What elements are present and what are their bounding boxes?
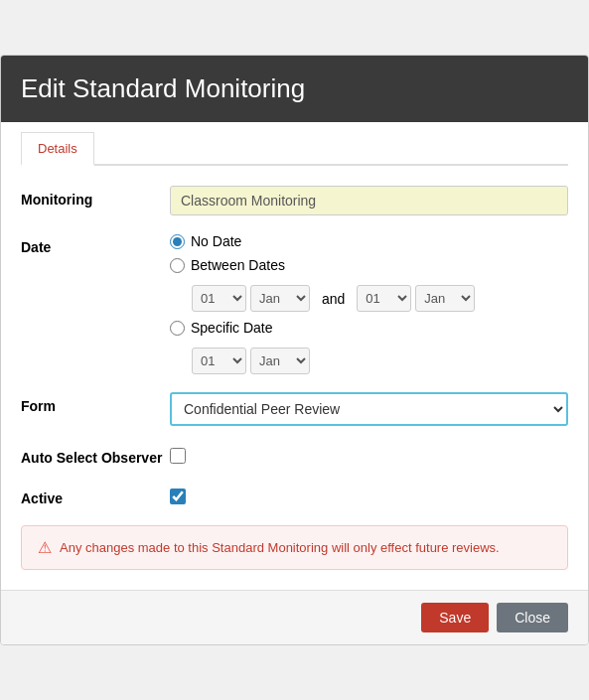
specific-date-label: Specific Date [191, 320, 272, 336]
active-label: Active [21, 485, 170, 506]
specific-date-selects: 010203 JanFebMar [192, 348, 568, 374]
alert-icon: ⚠ [38, 538, 52, 557]
active-checkbox[interactable] [170, 489, 186, 504]
between-dates-label: Between Dates [191, 257, 285, 273]
between-dates-row: Between Dates [170, 257, 568, 273]
between-day2-select[interactable]: 010203 [357, 285, 411, 312]
no-date-row: No Date [170, 233, 568, 249]
form-row: Form Confidential Peer Review Standard F… [21, 392, 568, 426]
and-label: and [322, 291, 345, 307]
form-control: Confidential Peer Review Standard Form P… [170, 392, 568, 426]
auto-select-label: Auto Select Observer [21, 444, 170, 466]
date-row: Date No Date Between Dates 0 [21, 233, 568, 374]
date-label: Date [21, 233, 170, 255]
form-field-label: Form [21, 392, 170, 414]
date-control: No Date Between Dates 0102030405 JanFebM… [170, 233, 568, 374]
between-dates-selects: 0102030405 JanFebMarApr and 010203 JanFe… [192, 285, 568, 312]
monitoring-control [170, 186, 568, 215]
modal-header: Edit Standard Monitoring [1, 56, 588, 122]
alert-message: Any changes made to this Standard Monito… [60, 540, 500, 555]
active-control [170, 485, 568, 507]
auto-select-control [170, 444, 568, 467]
active-row: Active [21, 485, 568, 507]
specific-month-select[interactable]: JanFebMar [250, 348, 310, 374]
monitoring-row: Monitoring [21, 186, 568, 215]
tabs-bar: Details [21, 122, 568, 166]
form-select[interactable]: Confidential Peer Review Standard Form P… [170, 392, 568, 426]
monitoring-label: Monitoring [21, 186, 170, 208]
no-date-radio[interactable] [170, 234, 185, 249]
specific-date-row: Specific Date [170, 320, 568, 336]
alert-banner: ⚠ Any changes made to this Standard Moni… [21, 525, 568, 570]
modal-footer: Save Close [1, 590, 588, 644]
specific-date-radio[interactable] [170, 321, 185, 336]
specific-day-select[interactable]: 010203 [192, 348, 246, 374]
between-month1-select[interactable]: JanFebMarApr [250, 285, 310, 312]
between-dates-radio[interactable] [170, 258, 185, 273]
modal-container: Edit Standard Monitoring Details Monitor… [0, 55, 589, 645]
tab-details[interactable]: Details [21, 132, 94, 166]
page-title: Edit Standard Monitoring [21, 73, 568, 104]
auto-select-checkbox[interactable] [170, 448, 186, 464]
between-day1-select[interactable]: 0102030405 [192, 285, 246, 312]
save-button[interactable]: Save [421, 603, 489, 632]
auto-select-row: Auto Select Observer [21, 444, 568, 467]
close-button[interactable]: Close [497, 603, 568, 632]
date-radio-group: No Date Between Dates 0102030405 JanFebM… [170, 233, 568, 374]
modal-body: Details Monitoring Date No Date [1, 122, 588, 590]
monitoring-input[interactable] [170, 186, 568, 215]
between-month2-select[interactable]: JanFebMar [415, 285, 475, 312]
no-date-label: No Date [191, 233, 241, 249]
